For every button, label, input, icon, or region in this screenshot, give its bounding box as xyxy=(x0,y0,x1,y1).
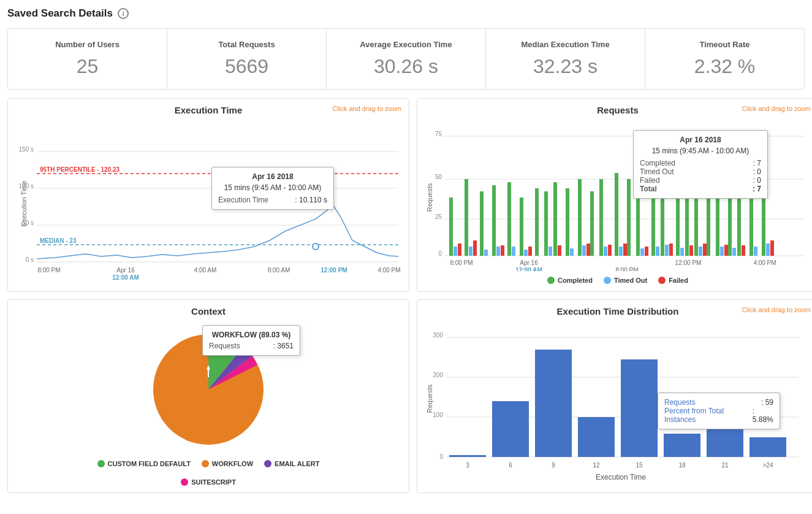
legend-email-alert: EMAIL ALERT xyxy=(264,460,319,467)
kpi-timeout-rate: Timeout Rate 2.32 % xyxy=(645,29,804,89)
svg-rect-68 xyxy=(661,176,664,256)
svg-rect-41 xyxy=(512,247,515,256)
kpi-value-requests: 5669 xyxy=(180,55,314,78)
svg-text:21: 21 xyxy=(721,462,729,469)
svg-rect-113 xyxy=(621,359,658,457)
kpi-value-users: 25 xyxy=(20,55,154,78)
svg-text:Execution Time: Execution Time xyxy=(596,473,646,481)
context-pie-svg xyxy=(116,319,300,454)
svg-rect-46 xyxy=(544,191,548,256)
svg-text:Apr 16: Apr 16 xyxy=(520,259,538,266)
svg-rect-109 xyxy=(449,455,486,457)
svg-text:4:00 PM: 4:00 PM xyxy=(378,267,400,274)
svg-rect-53 xyxy=(582,245,586,256)
svg-rect-111 xyxy=(535,350,572,457)
kpi-avg-execution: Average Execution Time 30.26 s xyxy=(327,29,486,89)
svg-rect-33 xyxy=(469,247,472,256)
svg-rect-56 xyxy=(599,179,603,256)
svg-rect-35 xyxy=(480,191,484,256)
svg-text:6: 6 xyxy=(509,462,512,469)
requests-svg: 75 50 25 0 Requests xyxy=(425,118,811,271)
svg-rect-76 xyxy=(699,247,702,256)
svg-text:12: 12 xyxy=(593,462,600,469)
svg-rect-112 xyxy=(578,417,615,457)
execution-time-area[interactable]: Execution Time 150 s 100 s 50 s 0 s 95TH… xyxy=(15,118,401,285)
svg-rect-65 xyxy=(645,247,648,256)
legend-workflow-label: WORKFLOW xyxy=(212,460,253,467)
svg-text:MEDIAN - 23: MEDIAN - 23 xyxy=(40,237,77,244)
kpi-total-requests: Total Requests 5669 xyxy=(167,29,327,89)
kpi-value-median: 32.23 s xyxy=(498,55,632,78)
svg-text:100 s: 100 s xyxy=(19,183,34,190)
svg-rect-70 xyxy=(669,244,673,256)
info-icon[interactable]: i xyxy=(118,8,129,19)
svg-rect-86 xyxy=(749,191,753,256)
svg-text:12:00 PM: 12:00 PM xyxy=(321,267,347,274)
svg-rect-64 xyxy=(640,248,644,256)
execution-time-hint: Click and drag to zoom xyxy=(333,105,402,112)
svg-rect-39 xyxy=(501,245,504,256)
legend-failed: Failed xyxy=(658,277,688,284)
svg-text:9: 9 xyxy=(552,462,555,469)
legend-timedout-dot xyxy=(604,277,611,284)
svg-rect-55 xyxy=(590,191,594,256)
svg-rect-75 xyxy=(694,173,698,256)
legend-completed: Completed xyxy=(547,277,593,284)
svg-rect-90 xyxy=(770,240,774,256)
legend-timedout-label: Timed Out xyxy=(614,277,647,284)
kpi-value-timeout: 2.32 % xyxy=(658,55,792,78)
execution-time-panel: Execution Time Click and drag to zoom Ex… xyxy=(7,98,409,292)
legend-timedout: Timed Out xyxy=(604,277,647,284)
svg-rect-47 xyxy=(548,247,552,256)
svg-text:100: 100 xyxy=(433,412,443,418)
page-header: Saved Search Details i xyxy=(7,7,805,20)
legend-workflow: WORKFLOW xyxy=(202,460,253,467)
svg-text:50: 50 xyxy=(435,174,442,180)
svg-rect-72 xyxy=(680,248,684,256)
kpi-value-avg: 30.26 s xyxy=(339,55,473,78)
svg-text:12:00 AM: 12:00 AM xyxy=(515,267,542,271)
svg-rect-42 xyxy=(520,198,523,256)
svg-rect-81 xyxy=(724,245,728,256)
kpi-label-users: Number of Users xyxy=(20,40,154,50)
svg-rect-85 xyxy=(742,245,745,256)
requests-hint: Click and drag to zoom xyxy=(742,105,811,112)
svg-rect-78 xyxy=(707,191,710,256)
svg-rect-80 xyxy=(720,247,724,256)
requests-area[interactable]: 75 50 25 0 Requests xyxy=(425,118,811,273)
legend-failed-label: Failed xyxy=(669,277,688,284)
svg-rect-54 xyxy=(586,244,590,256)
svg-rect-87 xyxy=(754,247,757,256)
svg-point-12 xyxy=(313,244,319,250)
kpi-label-requests: Total Requests xyxy=(180,40,314,50)
legend-completed-label: Completed xyxy=(558,277,593,284)
svg-rect-67 xyxy=(656,247,659,256)
svg-rect-31 xyxy=(458,244,461,256)
svg-text:300: 300 xyxy=(433,332,443,339)
pie-area[interactable]: WORKFLOW (89.03 %) Requests : 3651 CUSTO… xyxy=(15,319,401,486)
svg-rect-52 xyxy=(578,179,582,256)
legend-failed-dot xyxy=(658,277,666,284)
svg-rect-37 xyxy=(492,185,496,256)
legend-custom-label: CUSTOM FIELD DEFAULT xyxy=(108,460,191,467)
svg-rect-58 xyxy=(608,245,612,256)
legend-workflow-dot xyxy=(202,460,209,467)
svg-rect-57 xyxy=(604,247,607,256)
svg-text:Apr 16: Apr 16 xyxy=(116,267,135,274)
svg-text:8:00 AM: 8:00 AM xyxy=(268,267,290,274)
svg-text:0: 0 xyxy=(438,250,442,257)
legend-suitescript: SUITESCRIPT xyxy=(181,478,236,486)
svg-rect-44 xyxy=(528,247,532,256)
kpi-label-median: Median Execution Time xyxy=(498,40,632,50)
svg-rect-82 xyxy=(728,188,732,256)
svg-rect-32 xyxy=(465,179,468,256)
svg-rect-38 xyxy=(496,247,500,256)
distribution-area[interactable]: 300 200 100 0 Requests xyxy=(425,319,811,486)
svg-rect-110 xyxy=(492,401,529,457)
svg-rect-62 xyxy=(627,179,631,256)
svg-rect-84 xyxy=(737,176,741,256)
svg-rect-29 xyxy=(449,198,453,256)
svg-text:8:00 PM: 8:00 PM xyxy=(615,267,638,271)
svg-text:8:00 PM: 8:00 PM xyxy=(37,267,60,274)
svg-rect-69 xyxy=(665,245,669,256)
